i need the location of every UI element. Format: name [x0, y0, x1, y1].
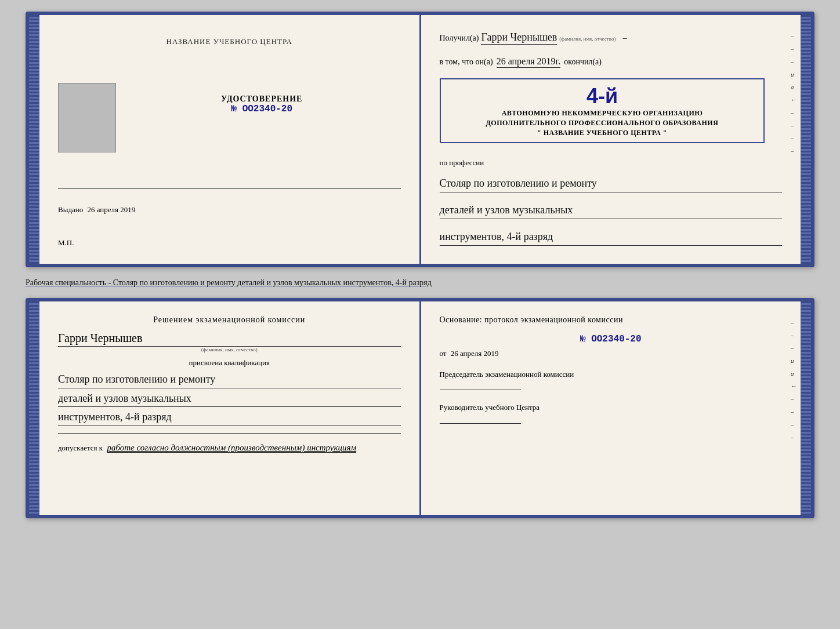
received-line: Получил(а) Гарри Чернышев (фамилия, имя,…	[440, 31, 783, 45]
profession-label: по профессии	[440, 158, 783, 168]
vydano-label: Выдано	[58, 205, 83, 214]
ot-date: 26 апреля 2019	[451, 349, 499, 358]
vydano-line: Выдано 26 апреля 2019	[58, 205, 401, 214]
side-mark-и: и	[791, 71, 797, 78]
decision-title: Решением экзаменационной комиссии	[58, 315, 401, 325]
br-side-mark-2: –	[791, 332, 797, 339]
ot-date-line: от 26 апреля 2019	[440, 349, 783, 358]
udostoverenie-title: УДОСТОВЕРЕНИЕ	[221, 94, 302, 104]
br-side-mark-7: –	[791, 434, 797, 441]
qual-line2: деталей и узлов музыкальных	[58, 390, 401, 408]
dopuskaetsya-line: допускается к работе согласно должностны…	[58, 443, 401, 453]
fio-label-top: (фамилия, имя, отчество)	[559, 36, 615, 42]
vtom-label: в том, что он(а)	[440, 57, 493, 67]
dopuskaetsya-label: допускается к	[58, 443, 103, 452]
stamp-num: 4-й	[448, 84, 757, 108]
between-text: Рабочая специальность - Столяр по изгото…	[26, 278, 432, 287]
udostoverenie-block: УДОСТОВЕРЕНИЕ № OO2340-20	[221, 94, 302, 114]
udostoverenie-number: № OO2340-20	[221, 104, 302, 114]
qual-line1: Столяр по изготовлению и ремонту	[58, 371, 401, 388]
bottom-recipient-name: Гарри Чернышев	[58, 332, 401, 347]
profession-line2: деталей и узлов музыкальных	[440, 202, 783, 219]
bottom-right-page: – – – и а ← – – – – Основание: протокол …	[421, 301, 801, 515]
name-block-bottom: Гарри Чернышев (фамилия, имя, отчество)	[58, 332, 401, 352]
dopuskaetsya-text: работе согласно должностным (производств…	[107, 443, 356, 453]
br-side-mark-5: –	[791, 408, 797, 415]
side-mark-5: –	[791, 122, 797, 129]
qual-line3: инструментов, 4-й разряд	[58, 409, 401, 426]
okonchil-label: окончил(а)	[564, 57, 602, 67]
top-right-page: – – – и а ← – – – – Получил(а) Гарри Чер…	[421, 15, 801, 264]
prisvoena-label: присвоена квалификация	[58, 358, 401, 368]
mp-line: М.П.	[58, 238, 74, 248]
br-side-mark-и: и	[791, 357, 797, 364]
br-side-mark-1: –	[791, 319, 797, 326]
profession-line1: Столяр по изготовлению и ремонту	[440, 175, 783, 192]
stamp-line2: ДОПОЛНИТЕЛЬНОГО ПРОФЕССИОНАЛЬНОГО ОБРАЗО…	[448, 118, 757, 128]
stamp-line1: АВТОНОМНУЮ НЕКОММЕРЧЕСКУЮ ОРГАНИЗАЦИЮ	[448, 108, 757, 118]
chairman-signature-line	[440, 390, 521, 390]
bottom-left-page: Решением экзаменационной комиссии Гарри …	[39, 301, 421, 515]
br-side-mark-arrow: ←	[791, 383, 797, 390]
osnov-title: Основание: протокол экзаменационной коми…	[440, 315, 783, 325]
side-mark-arrow: ←	[791, 96, 797, 103]
vydano-date: 26 апреля 2019	[88, 205, 136, 214]
br-side-mark-4: –	[791, 395, 797, 402]
poluchil-label: Получил(а)	[440, 34, 479, 43]
top-document: НАЗВАНИЕ УЧЕБНОГО ЦЕНТРА УДОСТОВЕРЕНИЕ №…	[26, 12, 814, 267]
side-mark-3: –	[791, 58, 797, 65]
ot-label: от	[440, 349, 447, 358]
br-side-mark-3: –	[791, 344, 797, 351]
between-sections-text: Рабочая специальность - Столяр по изгото…	[26, 274, 814, 291]
rukov-label: Руководитель учебного Центра	[440, 402, 783, 413]
vtom-date: 26 апреля 2019г.	[497, 56, 561, 68]
center-title: НАЗВАНИЕ УЧЕБНОГО ЦЕНТРА	[166, 37, 292, 46]
rukov-signature-line	[440, 423, 521, 424]
br-side-mark-а: а	[791, 370, 797, 377]
recipient-name: Гарри Чернышев	[481, 31, 557, 45]
side-mark-4: –	[791, 109, 797, 116]
stamp-line3: " НАЗВАНИЕ УЧЕБНОГО ЦЕНТРА "	[448, 128, 757, 138]
side-mark-6: –	[791, 134, 797, 141]
top-left-page: НАЗВАНИЕ УЧЕБНОГО ЦЕНТРА УДОСТОВЕРЕНИЕ №…	[39, 15, 421, 264]
bottom-fio-label: (фамилия, имя, отчество)	[58, 347, 401, 352]
stamp-box: 4-й АВТОНОМНУЮ НЕКОММЕРЧЕСКУЮ ОРГАНИЗАЦИ…	[440, 78, 765, 143]
dash-separator: –	[622, 34, 627, 43]
bottom-document: Решением экзаменационной комиссии Гарри …	[26, 298, 814, 518]
side-mark-2: –	[791, 45, 797, 52]
side-mark-7: –	[791, 147, 797, 154]
protocol-num: № OO2340-20	[440, 334, 783, 344]
br-side-mark-6: –	[791, 421, 797, 428]
profession-line3: инструментов, 4-й разряд	[440, 228, 783, 246]
chairman-label: Председатель экзаменационной комиссии	[440, 370, 783, 379]
vtom-line: в том, что он(а) 26 апреля 2019г. окончи…	[440, 56, 783, 68]
side-mark-а: а	[791, 83, 797, 90]
side-mark-1: –	[791, 32, 797, 39]
photo-placeholder	[58, 83, 116, 152]
